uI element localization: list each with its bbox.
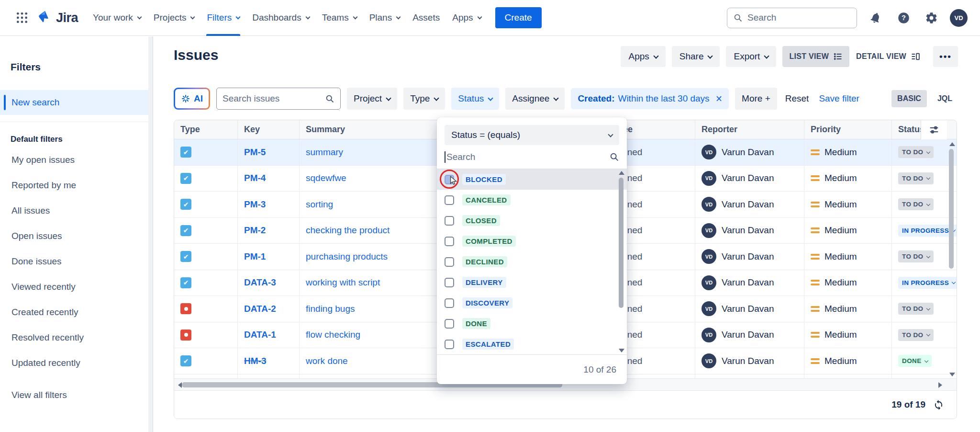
issue-summary-link[interactable]: summary — [306, 147, 343, 158]
nav-item[interactable]: Projects — [147, 0, 201, 36]
nav-item[interactable]: Your work — [87, 0, 147, 36]
created-filter-chip[interactable]: Created: Within the last 30 days × — [571, 88, 729, 109]
sidebar-item-view-all-filters[interactable]: View all filters — [0, 382, 153, 408]
search-issues-input[interactable]: Search issues — [216, 88, 341, 110]
ai-button[interactable]: AI — [174, 88, 210, 110]
apps-dropdown-button[interactable]: Apps — [621, 46, 665, 67]
column-header[interactable]: Key — [238, 120, 300, 139]
basic-mode-tab[interactable]: BASIC — [891, 90, 927, 107]
scroll-down-arrow[interactable] — [619, 349, 624, 352]
nav-item[interactable]: Assets — [406, 0, 446, 36]
status-operator-select[interactable]: Status = (equals) — [445, 125, 619, 145]
issue-key-link[interactable]: DATA-1 — [244, 330, 276, 340]
status-option[interactable]: ESCALATED — [437, 334, 627, 354]
column-header[interactable]: Reporter — [695, 120, 804, 139]
more-options-button[interactable]: ••• — [933, 46, 958, 67]
issue-summary-link[interactable]: working with script — [306, 277, 380, 288]
option-checkbox[interactable] — [445, 340, 454, 349]
jira-logo[interactable]: Jira — [36, 9, 78, 27]
status-dropdown-chip[interactable]: TO DO — [898, 146, 934, 158]
nav-item[interactable]: Filters — [200, 0, 246, 36]
status-option[interactable]: CANCELED — [437, 190, 627, 210]
scroll-up-arrow[interactable] — [949, 142, 955, 146]
status-option[interactable]: DONE — [437, 313, 627, 334]
reset-button[interactable]: Reset — [783, 91, 811, 107]
status-option[interactable]: DECLINED — [437, 251, 627, 272]
settings-gear-icon[interactable] — [922, 9, 940, 27]
issue-key-link[interactable]: DATA-3 — [244, 277, 276, 288]
sidebar-item[interactable]: Resolved recently — [0, 325, 153, 350]
issue-summary-link[interactable]: checking the product — [306, 225, 390, 236]
status-option[interactable]: CLOSED — [437, 210, 627, 231]
sidebar-item-new-search[interactable]: New search — [0, 90, 148, 115]
scroll-down-arrow[interactable] — [949, 373, 955, 376]
option-checkbox[interactable] — [445, 216, 454, 226]
jql-mode-tab[interactable]: JQL — [932, 90, 958, 107]
option-checkbox[interactable] — [445, 195, 454, 205]
status-dropdown-chip[interactable]: TO DO — [898, 172, 934, 184]
sidebar-item[interactable]: Updated recently — [0, 350, 153, 375]
type-filter-dropdown[interactable]: Type — [403, 88, 445, 110]
sidebar-item[interactable]: Done issues — [0, 249, 153, 274]
refresh-icon[interactable] — [933, 399, 944, 410]
option-checkbox[interactable] — [445, 175, 454, 184]
nav-item[interactable]: Apps — [446, 0, 487, 36]
project-filter-dropdown[interactable]: Project — [347, 88, 397, 110]
nav-item[interactable]: Teams — [316, 0, 363, 36]
nav-item[interactable]: Plans — [363, 0, 407, 36]
status-dropdown-chip[interactable]: TO DO — [898, 198, 934, 210]
issue-key-link[interactable]: PM-4 — [244, 173, 266, 183]
issue-key-link[interactable]: PM-1 — [244, 251, 266, 262]
issue-key-link[interactable]: HM-3 — [244, 356, 266, 366]
remove-created-filter-icon[interactable]: × — [716, 95, 722, 102]
notifications-bell-icon[interactable] — [867, 9, 885, 27]
issue-summary-link[interactable]: finding bugs — [306, 304, 355, 314]
issue-summary-link[interactable]: work done — [306, 356, 348, 366]
status-search-input[interactable]: Search — [437, 145, 627, 169]
option-checkbox[interactable] — [445, 319, 454, 329]
sidebar-item[interactable]: Viewed recently — [0, 274, 153, 299]
more-filters-button[interactable]: More + — [735, 88, 777, 110]
option-checkbox[interactable] — [445, 257, 454, 267]
status-option[interactable]: BLOCKED — [437, 169, 627, 190]
issue-key-link[interactable]: PM-2 — [244, 225, 266, 236]
option-checkbox[interactable] — [445, 237, 454, 246]
global-search-input[interactable]: Search — [727, 8, 857, 28]
sidebar-item[interactable]: Created recently — [0, 299, 153, 325]
detail-view-tab[interactable]: DETAIL VIEW — [849, 46, 927, 67]
sidebar-item[interactable]: My open issues — [0, 147, 153, 172]
issue-summary-link[interactable]: flow checking — [306, 330, 360, 340]
status-dropdown-chip[interactable]: TO DO — [898, 303, 934, 315]
scroll-left-arrow[interactable] — [178, 382, 182, 388]
help-icon[interactable]: ? — [894, 9, 913, 27]
sidebar-item[interactable]: Open issues — [0, 223, 153, 249]
sidebar-item[interactable]: Reported by me — [0, 172, 153, 198]
issue-summary-link[interactable]: sorting — [306, 199, 333, 210]
column-header[interactable]: Priority — [804, 120, 892, 139]
status-option[interactable]: DISCOVERY — [437, 293, 627, 313]
issue-key-link[interactable]: DATA-2 — [244, 304, 276, 314]
scroll-right-arrow[interactable] — [938, 382, 942, 388]
option-checkbox[interactable] — [445, 278, 454, 287]
status-option[interactable]: DELIVERY — [437, 272, 627, 293]
app-switcher-icon[interactable] — [12, 8, 32, 27]
option-checkbox[interactable] — [445, 298, 454, 308]
column-settings-button[interactable] — [921, 120, 947, 139]
nav-item[interactable]: Dashboards — [246, 0, 315, 36]
status-filter-dropdown[interactable]: Status — [451, 88, 499, 110]
share-dropdown-button[interactable]: Share — [672, 46, 720, 67]
save-filter-button[interactable]: Save filter — [817, 91, 861, 107]
status-option[interactable]: COMPLETED — [437, 231, 627, 251]
status-dropdown-chip[interactable]: TO DO — [898, 250, 934, 262]
issue-key-link[interactable]: PM-5 — [244, 147, 266, 158]
create-button[interactable]: Create — [495, 7, 542, 28]
user-avatar[interactable]: VD — [950, 9, 968, 27]
vertical-scrollbar[interactable] — [947, 141, 955, 377]
list-view-tab[interactable]: LIST VIEW — [782, 46, 849, 67]
status-dropdown-chip[interactable]: TO DO — [898, 329, 934, 341]
dropdown-scrollbar[interactable] — [618, 169, 624, 354]
dropdown-scroll-thumb[interactable] — [619, 178, 624, 308]
issue-summary-link[interactable]: sqdewfwe — [306, 173, 346, 183]
status-dropdown-chip[interactable]: DONE — [898, 355, 932, 367]
scroll-up-arrow[interactable] — [619, 171, 624, 175]
